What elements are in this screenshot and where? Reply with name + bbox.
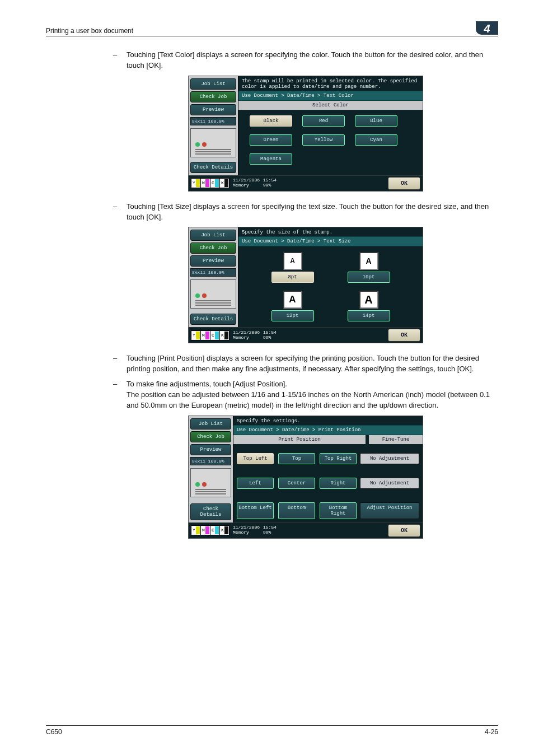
bullet-item: – To make fine adjustments, touch [Adjus… xyxy=(113,379,498,411)
size-sample-8pt: A xyxy=(283,252,302,270)
bullet-text: Touching [Text Size] displays a screen f… xyxy=(127,202,498,223)
pos-left-button[interactable]: Left xyxy=(237,478,274,489)
lcd-panel-print-position: Job List Check Job Preview 8½x11 100.0% … xyxy=(188,416,423,539)
size-sample-10pt: A xyxy=(359,252,378,270)
size-8pt-button[interactable]: 8pt xyxy=(271,272,314,283)
size-14pt-button[interactable]: 14pt xyxy=(348,310,390,321)
check-job-button[interactable]: Check Job xyxy=(190,242,236,254)
preview-thumbnail xyxy=(190,128,236,157)
pos-bottom-left-button[interactable]: Bottom Left xyxy=(237,502,274,519)
preview-thumbnail xyxy=(190,279,236,309)
size-12pt-button[interactable]: 12pt xyxy=(271,310,314,321)
lcd-message: Specify the settings. xyxy=(233,416,423,425)
color-red-button[interactable]: Red xyxy=(302,115,345,127)
pos-top-left-button[interactable]: Top Left xyxy=(237,453,274,464)
ok-button[interactable]: OK xyxy=(388,177,420,190)
header-title: Printing a user box document xyxy=(46,27,133,35)
lcd-sidebar: Job List Check Job Preview 8½x11 100.0% … xyxy=(189,76,238,175)
breadcrumb: Use Document > Date/Time > Text Color xyxy=(238,91,423,101)
thumb-dot-icon xyxy=(195,142,200,147)
bullet-item: – Touching [Text Color] displays a scree… xyxy=(113,50,498,71)
pos-top-right-button[interactable]: Top Right xyxy=(320,453,357,464)
preview-button[interactable]: Preview xyxy=(190,104,236,115)
check-job-button[interactable]: Check Job xyxy=(190,431,231,442)
toner-indicator: Y M C K xyxy=(191,525,229,535)
preview-button[interactable]: Preview xyxy=(190,444,231,455)
zoom-readout: 8½x11 100.0% xyxy=(190,457,231,465)
pos-right-button[interactable]: Right xyxy=(320,478,357,489)
zoom-readout: 8½x11 100.0% xyxy=(190,268,236,277)
lcd-panel-text-size: Job List Check Job Preview 8½x11 100.0% … xyxy=(188,227,423,343)
check-job-button[interactable]: Check Job xyxy=(190,91,236,102)
check-details-button[interactable]: Check Details xyxy=(190,162,236,173)
breadcrumb: Use Document > Date/Time > Print Positio… xyxy=(233,425,423,435)
ok-button[interactable]: OK xyxy=(388,329,420,342)
footer-page-number: 4-26 xyxy=(485,728,498,736)
status-date: 11/21/2006Memory xyxy=(233,178,260,188)
no-adjustment-readout: No Adjustment xyxy=(360,478,419,489)
bullet-item: – Touching [Print Position] displays a s… xyxy=(113,353,498,375)
size-10pt-button[interactable]: 10pt xyxy=(348,272,390,283)
pos-center-button[interactable]: Center xyxy=(278,478,315,489)
breadcrumb: Use Document > Date/Time > Text Size xyxy=(238,236,423,246)
lcd-sidebar: Job List Check Job Preview 8½x11 100.0% … xyxy=(189,416,233,522)
preview-thumbnail xyxy=(190,468,231,497)
preview-button[interactable]: Preview xyxy=(190,255,236,267)
job-list-button[interactable]: Job List xyxy=(190,78,236,90)
color-magenta-button[interactable]: Magenta xyxy=(250,153,292,165)
job-list-button[interactable]: Job List xyxy=(190,418,231,430)
section-header: Fine-Tune xyxy=(369,435,423,444)
status-time: 15:5499% xyxy=(263,178,277,188)
color-green-button[interactable]: Green xyxy=(250,134,292,146)
lcd-panel-text-color: Job List Check Job Preview 8½x11 100.0% … xyxy=(188,76,423,192)
pos-top-button[interactable]: Top xyxy=(278,453,315,464)
ok-button[interactable]: OK xyxy=(388,524,420,537)
color-blue-button[interactable]: Blue xyxy=(355,115,397,127)
bullet-text: To make fine adjustments, touch [Adjust … xyxy=(127,379,498,411)
section-header: Select Color xyxy=(238,101,423,110)
thumb-dot-icon xyxy=(202,142,207,147)
toner-indicator: Y M C K xyxy=(191,178,229,188)
section-header: Print Position xyxy=(233,435,366,444)
zoom-readout: 8½x11 100.0% xyxy=(190,117,236,125)
bullet-text: Touching [Print Position] displays a scr… xyxy=(127,353,498,375)
bullet-text: Touching [Text Color] displays a screen … xyxy=(127,50,498,71)
toner-indicator: Y M C K xyxy=(191,330,229,340)
color-black-button[interactable]: Black xyxy=(250,115,292,127)
check-details-button[interactable]: Check Details xyxy=(190,314,236,325)
adjust-position-button[interactable]: Adjust Position xyxy=(360,502,419,519)
page-footer: C650 4-26 xyxy=(46,725,498,736)
size-sample-12pt: A xyxy=(283,291,302,309)
check-details-button[interactable]: Check Details xyxy=(190,503,231,520)
page-header: Printing a user box document 4 xyxy=(46,21,498,36)
no-adjustment-readout: No Adjustment xyxy=(360,453,419,464)
size-sample-14pt: A xyxy=(359,291,378,309)
bullet-item: – Touching [Text Size] displays a screen… xyxy=(113,202,498,223)
chapter-badge: 4 xyxy=(476,21,498,35)
pos-bottom-button[interactable]: Bottom xyxy=(278,502,315,519)
job-list-button[interactable]: Job List xyxy=(190,230,236,241)
color-cyan-button[interactable]: Cyan xyxy=(355,134,397,146)
lcd-sidebar: Job List Check Job Preview 8½x11 100.0% … xyxy=(189,227,238,327)
footer-model: C650 xyxy=(46,728,62,736)
lcd-message: The stamp will be printed in selected co… xyxy=(238,76,423,91)
pos-bottom-right-button[interactable]: Bottom Right xyxy=(320,502,357,519)
color-yellow-button[interactable]: Yellow xyxy=(302,134,345,146)
lcd-message: Specify the size of the stamp. xyxy=(238,227,423,236)
